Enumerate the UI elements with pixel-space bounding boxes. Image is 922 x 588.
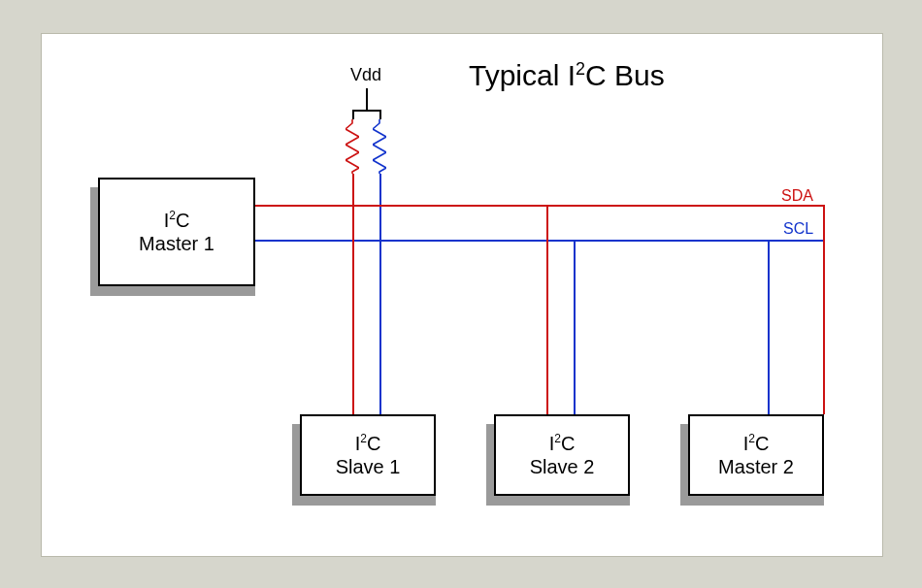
device-slave2-line2: Slave 2 <box>530 455 595 478</box>
vdd-label: Vdd <box>350 65 381 85</box>
title-sup: 2 <box>576 59 585 79</box>
scl-bus <box>253 240 824 242</box>
slave1-sda-drop <box>352 205 354 414</box>
device-master1-line2: Master 1 <box>139 232 214 255</box>
device-master2-line2: Master 2 <box>718 455 794 478</box>
device-slave1-line1: I2C <box>355 432 381 455</box>
sda-bus <box>253 205 824 207</box>
master2-sda-drop <box>823 205 825 414</box>
vdd-drop-left <box>352 110 354 119</box>
title-suffix: C Bus <box>585 59 665 91</box>
vdd-drop-right <box>379 110 381 119</box>
title-prefix: Typical I <box>469 59 576 91</box>
pullup-resistor-scl <box>373 119 386 174</box>
device-slave2-line1: I2C <box>549 432 576 455</box>
pullup-resistor-sda <box>346 119 359 174</box>
sda-label: SDA <box>781 187 813 205</box>
diagram-canvas: Typical I2C Bus Vdd SDA SCL I2C Master 1 <box>41 33 883 557</box>
slave1-scl-drop <box>379 240 381 414</box>
diagram-title: Typical I2C Bus <box>469 59 665 92</box>
vdd-lead <box>366 88 368 110</box>
pullup-scl-lead <box>379 174 381 240</box>
vdd-tee <box>352 110 381 112</box>
slave2-scl-drop <box>574 240 576 414</box>
slave2-sda-drop <box>546 205 548 414</box>
device-slave1-line2: Slave 1 <box>336 455 401 478</box>
scl-label: SCL <box>783 220 813 238</box>
device-master2-line1: I2C <box>743 432 770 455</box>
pullup-sda-lead <box>352 174 354 205</box>
master2-scl-drop <box>768 240 770 414</box>
device-master1-line1: I2C <box>164 209 190 232</box>
